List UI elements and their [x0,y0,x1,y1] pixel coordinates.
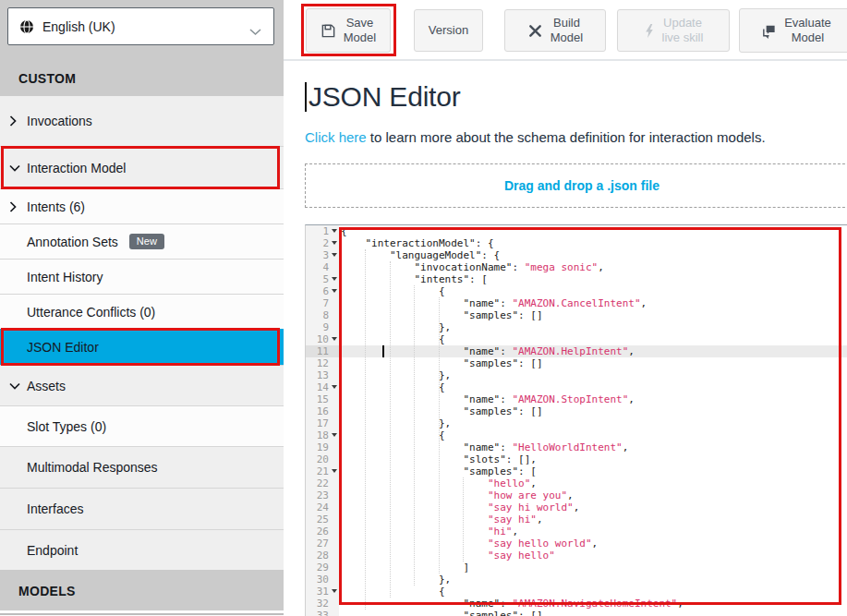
fold-arrow-icon[interactable] [332,433,337,437]
code-line: }, [339,417,847,429]
fold-arrow-icon[interactable] [332,337,337,341]
page-title: JSON Editor [305,81,461,113]
chevron-down-icon [9,382,27,390]
line-number: 25 [306,513,339,525]
fold-arrow-icon[interactable] [332,385,337,389]
line-number[interactable]: 10 [306,333,339,345]
code-line: "samples": [] [339,309,847,321]
code-line: "languageModel": { [339,249,847,261]
sidebar-item-assets[interactable]: Assets [0,365,284,405]
line-number: 12 [306,357,339,369]
line-number: 7 [306,297,339,309]
json-dropzone[interactable]: Drag and drop a .json file [305,163,847,208]
line-number: 20 [306,453,339,465]
sidebar-item-json-editor[interactable]: JSON Editor [0,329,284,365]
language-selector[interactable]: English (UK) [7,7,274,45]
sidebar-item-label: JSON Editor [27,340,99,355]
fold-arrow-icon[interactable] [332,241,337,245]
line-number[interactable]: 2 [306,237,339,249]
line-number: 17 [306,417,339,429]
fold-arrow-icon[interactable] [332,469,337,473]
code-line: "name": "AMAZON.HelpIntent", [339,345,847,357]
line-number: 32 [306,598,339,610]
update-live-skill-button[interactable]: Updatelive skill [617,9,730,52]
button-label: BuildModel [551,16,583,45]
code-line: { [339,586,847,598]
chevron-right-icon [9,115,27,127]
line-number: 30 [306,574,339,586]
line-number[interactable]: 1 [306,225,339,237]
code-line: "hello", [339,477,847,489]
chevron-right-icon [9,201,27,212]
line-number[interactable]: 6 [306,285,339,297]
fold-arrow-icon[interactable] [332,289,337,293]
fold-arrow-icon[interactable] [332,277,337,281]
toolbar: SaveModelVersionBuildModelUpdatelive ski… [284,0,847,61]
sidebar-item-intent-history[interactable]: Intent History [0,259,284,294]
version-button[interactable]: Version [414,9,483,52]
evaluate-model-button[interactable]: EvaluateModel [739,8,847,53]
line-number: 22 [306,477,339,489]
main-content: SaveModelVersionBuildModelUpdatelive ski… [284,0,847,616]
subtitle-text: to learn more about the schema definitio… [367,129,766,145]
line-number[interactable]: 14 [306,381,339,393]
sidebar-item-invocations[interactable]: Invocations [0,96,284,146]
sidebar-item-utterance-conflicts[interactable]: Utterance Conflicts (0) [0,294,284,329]
sidebar-item-multimodal-responses[interactable]: Multimodal Responses [0,446,284,488]
code-line: "say hello world", [339,537,847,550]
line-number[interactable]: 31 [306,586,339,598]
editor-gutter: 1234567891011121314151617181920212223242… [306,225,339,616]
sidebar-item-intents[interactable]: Intents (6) [0,188,284,223]
sidebar-item-interfaces[interactable]: Interfaces [0,488,284,529]
text-cursor [382,345,384,357]
text-caret [305,82,307,112]
sidebar-top-strip: English (UK) CUSTOM [0,0,284,96]
code-line: }, [339,369,847,381]
line-number[interactable]: 5 [306,273,339,285]
editor-code-area[interactable]: { "interactionModel": { "languageModel":… [339,225,847,616]
save-model-button[interactable]: SaveModel [306,8,391,53]
build-model-button[interactable]: BuildModel [504,9,606,52]
build-icon [527,23,543,39]
json-code-editor[interactable]: 1234567891011121314151617181920212223242… [305,224,847,616]
code-line: "name": "AMAZON.CancelIntent", [339,297,847,309]
code-line: { [339,333,847,345]
line-number[interactable]: 3 [306,249,339,261]
code-line: "hi", [339,525,847,537]
code-line: "invocationName": "mega sonic", [339,261,847,273]
code-line: "slots": [], [339,453,847,465]
click-here-link[interactable]: Click here [305,129,367,145]
code-line: "say hi world", [339,501,847,513]
fold-arrow-icon[interactable] [332,589,337,593]
line-number: 16 [306,405,339,417]
line-number: 19 [306,441,339,453]
chevron-down-icon [249,23,261,40]
code-line: "samples": [] [339,610,847,616]
language-selector-label: English (UK) [42,19,115,34]
code-line: ] [339,562,847,574]
line-number: 9 [306,321,339,333]
line-number: 8 [306,309,339,321]
line-number: 15 [306,393,339,405]
line-number: 4 [306,261,339,273]
code-line: "interactionModel": { [339,237,847,249]
code-line: "samples": [] [339,357,847,369]
line-number: 29 [306,562,339,574]
fold-arrow-icon[interactable] [332,229,337,233]
code-line: "say hello" [339,550,847,562]
fold-arrow-icon[interactable] [332,253,337,257]
code-line: }, [339,574,847,586]
sidebar-item-endpoint[interactable]: Endpoint [0,529,284,570]
alexa-developer-console: English (UK) CUSTOM InvocationsInteracti… [0,0,847,616]
sidebar-item-label: Multimodal Responses [27,460,158,475]
button-label: SaveModel [344,16,376,45]
line-number[interactable]: 18 [306,429,339,441]
sidebar-item-label: Intents (6) [27,199,85,214]
sidebar-item-interaction-model[interactable]: Interaction Model [0,146,284,188]
line-number: 11 [306,345,339,357]
sidebar-item-annotation-sets[interactable]: Annotation SetsNew [0,223,284,259]
sidebar-item-slot-types[interactable]: Slot Types (0) [0,405,284,446]
line-number[interactable]: 21 [306,465,339,477]
sidebar-item-label: Utterance Conflicts (0) [27,305,155,320]
dropzone-label: Drag and drop a .json file [504,178,659,193]
